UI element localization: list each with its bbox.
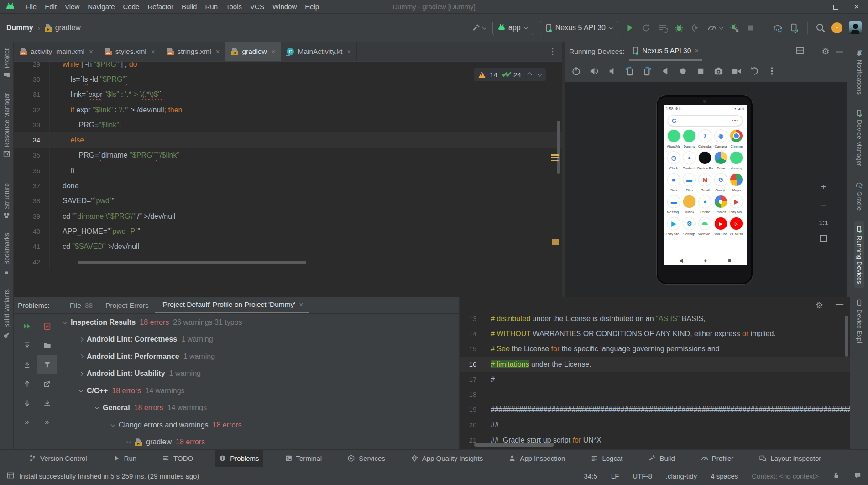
google-search-bar[interactable]: G xyxy=(668,115,743,126)
line-number[interactable]: 32 xyxy=(14,102,50,117)
tree-row[interactable]: Android Lint: Performance1 warning xyxy=(60,348,457,365)
avatar[interactable] xyxy=(849,21,862,34)
tab-strings.xml[interactable]: <>strings.xml× xyxy=(161,42,226,61)
line-number[interactable]: 30 xyxy=(14,72,50,87)
scrollbar-warning-mark[interactable] xyxy=(551,154,559,161)
chevron-right-icon[interactable] xyxy=(79,371,84,376)
toolwindow-services[interactable]: Services xyxy=(344,450,389,467)
device-tab-close-icon[interactable]: × xyxy=(695,47,699,55)
line-number[interactable]: 17 xyxy=(460,372,483,387)
line-number[interactable]: 15 xyxy=(460,342,483,357)
toolwindow-logcat[interactable]: Logcat xyxy=(587,450,626,467)
app-yt-music[interactable]: ▷YT Music xyxy=(729,217,744,238)
problems-minimize-icon[interactable]: — xyxy=(836,300,843,309)
layout-split-icon[interactable] xyxy=(795,46,805,55)
menu-vcs[interactable]: VCS xyxy=(246,1,268,12)
line-number[interactable]: 18 xyxy=(460,387,483,402)
app-files[interactable]: ▬Files xyxy=(681,174,697,194)
apply-changes-icon[interactable] xyxy=(658,23,668,33)
app-webvie-[interactable]: WebVie.. xyxy=(697,217,713,238)
app-youtube[interactable]: ▶YouTube xyxy=(713,217,728,238)
screen-record-icon[interactable] xyxy=(731,66,742,76)
code-editor[interactable]: 29while [ -h "$PRG" ] ; do30 ls=`ls -ld … xyxy=(14,62,562,297)
volume-down-icon[interactable] xyxy=(607,66,617,76)
tab-gradlew[interactable]: Hgradlew× xyxy=(225,42,281,61)
app-phone[interactable]: ●Phone xyxy=(697,195,713,216)
problems-tab[interactable]: Project Errors xyxy=(99,297,155,313)
app-chrome[interactable]: Chrome xyxy=(729,130,744,150)
stripe-notifications[interactable]: Notifications xyxy=(854,46,864,98)
toolwindow-layout-inspector[interactable]: Layout Inspector xyxy=(755,450,825,467)
app-camera[interactable]: ◉Camera xyxy=(713,130,728,150)
overview-icon[interactable] xyxy=(695,66,706,76)
emulator-home-button[interactable]: ● xyxy=(704,258,707,263)
indent-setting[interactable]: 4 spaces xyxy=(711,472,738,480)
zoom-out-button[interactable]: − xyxy=(821,200,826,211)
tab-close-icon[interactable]: × xyxy=(347,47,351,55)
line-number[interactable]: 39 xyxy=(14,209,50,224)
tab-options-kebab-icon[interactable]: ⋮ xyxy=(543,47,562,57)
rerun-inspection-icon-wrap[interactable] xyxy=(17,316,37,336)
app-messag-[interactable]: ▬Messag.. xyxy=(666,195,681,216)
toolwindow-profiler[interactable]: Profiler xyxy=(697,450,737,467)
tree-row[interactable]: C/C++18 errors14 warnings xyxy=(60,382,457,400)
zoom-in-button[interactable]: + xyxy=(821,182,826,192)
devices-minimize-icon[interactable]: — xyxy=(836,47,843,56)
app-device-pol-[interactable]: Device Pol.. xyxy=(697,152,713,172)
line-number[interactable]: 36 xyxy=(14,163,50,178)
attach-debugger-icon[interactable] xyxy=(729,23,739,33)
problems-tab[interactable]: 'Project Default' Profile on Project 'Du… xyxy=(155,297,310,313)
line-ending[interactable]: LF xyxy=(611,472,619,480)
write-access-lock-icon[interactable] xyxy=(832,472,840,480)
tab-close-icon[interactable]: × xyxy=(216,47,220,55)
stripe-structure[interactable]: Structure xyxy=(2,179,11,223)
caret-position[interactable]: 34:5 xyxy=(584,472,597,480)
stop-icon[interactable] xyxy=(746,23,756,33)
close-button[interactable]: × xyxy=(854,2,859,12)
stripe-build-variants[interactable]: Build Variants xyxy=(2,285,11,342)
app-photos[interactable]: Photos xyxy=(713,195,728,216)
open-in-new-icon-wrap[interactable] xyxy=(37,374,57,393)
problems-tab[interactable]: File38 xyxy=(63,297,99,313)
line-number[interactable]: 34 xyxy=(14,132,50,148)
chevron-right-icon[interactable] xyxy=(79,337,84,342)
app-google[interactable]: GGoogle xyxy=(713,174,728,194)
maximize-button[interactable] xyxy=(833,5,838,10)
horizontal-scrollbar[interactable] xyxy=(78,261,306,264)
tree-row[interactable]: Android Lint: Correctness1 warning xyxy=(60,331,457,348)
toolwindow-run[interactable]: Run xyxy=(109,450,141,467)
chevron-right-icon[interactable] xyxy=(79,354,84,359)
emulator-overview-button[interactable]: ■ xyxy=(728,258,731,263)
export-icon-wrap[interactable] xyxy=(37,393,57,412)
back-icon[interactable] xyxy=(660,66,670,76)
line-number[interactable]: 42 xyxy=(14,254,50,269)
stripe-project[interactable]: Project xyxy=(2,45,11,83)
menu-help[interactable]: Help xyxy=(301,1,323,12)
rotate-right-icon[interactable] xyxy=(642,66,653,76)
run-button[interactable] xyxy=(625,23,635,33)
app-calendar[interactable]: 7Calendar xyxy=(697,130,713,150)
inspections-widget[interactable]: 14 ✔✔ 24 xyxy=(474,68,546,81)
menu-view[interactable]: View xyxy=(61,1,84,12)
menu-code[interactable]: Code xyxy=(119,1,144,12)
line-number[interactable]: 31 xyxy=(14,87,50,102)
zoom-reset-button[interactable]: 1:1 xyxy=(819,219,828,227)
filter-icon-wrap[interactable] xyxy=(37,355,57,374)
devices-settings-gear-icon[interactable]: ⚙ xyxy=(821,46,829,57)
vertical-scrollbar[interactable] xyxy=(557,121,560,174)
toolwindow-build[interactable]: Build xyxy=(644,450,678,467)
breadcrumb-project[interactable]: Dummy xyxy=(6,24,33,32)
tab-close-icon[interactable]: × xyxy=(272,47,276,55)
line-number[interactable]: 40 xyxy=(14,224,50,239)
line-number[interactable]: 41 xyxy=(14,239,50,254)
menu-run[interactable]: Run xyxy=(201,1,222,12)
next-problem-icon-wrap[interactable] xyxy=(17,393,37,412)
rotate-left-icon[interactable] xyxy=(624,66,635,76)
app-play-sto-[interactable]: ▶Play Sto.. xyxy=(666,217,681,238)
chevron-down-icon[interactable] xyxy=(95,405,99,410)
tab-close-icon[interactable]: × xyxy=(89,47,93,55)
profile-app-icon[interactable] xyxy=(690,23,701,33)
toolwindow-toggle-icon[interactable] xyxy=(6,471,15,480)
previous-problem-icon-wrap[interactable] xyxy=(17,374,37,393)
tree-row[interactable]: Clangd errors and warnings18 errors xyxy=(60,416,457,434)
